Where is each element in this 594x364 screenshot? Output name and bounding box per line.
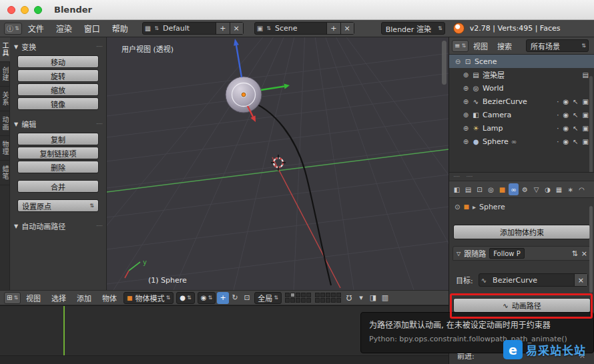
visibility-eye-icon[interactable]: ◉ [563, 98, 569, 105]
scene-selector[interactable]: ▣ ⇅ Scene + × [254, 22, 354, 35]
add-scene-button[interactable]: + [326, 23, 340, 34]
orientation-dropdown[interactable]: 全局 ⇅ [254, 292, 282, 304]
edit-panel-header[interactable]: ▼ 编辑 ····· [10, 117, 106, 131]
editor-type-button[interactable]: ⓘ⇅ [4, 23, 22, 35]
outliner-scrollbar[interactable] [589, 76, 593, 172]
add-constraint-button[interactable]: 添加物体约束 [453, 225, 591, 239]
visibility-eye-icon[interactable]: ◉ [563, 138, 569, 145]
pin-icon[interactable]: ⊙ [455, 203, 460, 211]
renderability-camera-icon[interactable]: ▣ [583, 138, 589, 145]
outliner-row-beziercurve[interactable]: ⊕ ∿ BezierCurve · ◉ ↖ ▣ [449, 95, 594, 108]
constraint-name-field[interactable]: Follow P [489, 248, 525, 259]
delete-constraint-button[interactable]: × [581, 249, 587, 258]
selectability-arrow-icon[interactable]: ↖ [573, 111, 578, 119]
manipulator-rotate-icon[interactable]: ↻ [229, 292, 241, 304]
minimize-window-button[interactable] [21, 6, 29, 14]
menu-view[interactable]: 视图 [469, 41, 493, 51]
add-layout-button[interactable]: + [216, 23, 229, 34]
toolshelf-tab-greasepencil[interactable]: 蜡笔 [0, 161, 10, 185]
expand-icon[interactable]: ⊕ [461, 85, 471, 92]
menu-view[interactable]: 视图 [21, 293, 46, 303]
outliner-row-camera[interactable]: ⊕ ◧ Camera · ◉ ↖ ▣ [449, 108, 594, 121]
tab-object-data-icon[interactable]: ▽ [531, 183, 541, 195]
toolshelf-tab-tools[interactable]: 工具 [0, 37, 10, 62]
mirror-button[interactable]: 镜像 [17, 97, 99, 110]
manipulator-translate-icon[interactable]: + [217, 292, 229, 304]
collapse-icon[interactable]: ⊖ [453, 58, 463, 65]
delete-button[interactable]: 删除 [17, 161, 99, 173]
tab-particles-icon[interactable]: ∗ [565, 183, 575, 195]
render-opengl-anim-icon[interactable]: ▥ [379, 292, 391, 304]
screen-layout-selector[interactable]: ▦ ⇅ Default + × [142, 22, 244, 35]
menu-file[interactable]: 文件 [22, 23, 50, 34]
menu-search[interactable]: 搜索 [493, 41, 517, 51]
layers-widget-left[interactable] [285, 293, 311, 303]
rotate-button[interactable]: 旋转 [17, 69, 99, 82]
pivot-dropdown[interactable]: ◉ ⇅ [198, 292, 216, 304]
viewport-scrollbar[interactable] [442, 41, 447, 85]
menu-render[interactable]: 渲染 [50, 23, 78, 34]
toolshelf-tab-create[interactable]: 创建 [0, 62, 10, 87]
tab-constraints-icon[interactable]: ∞ [509, 183, 519, 195]
outliner-row-renderlayers[interactable]: ⊕ ▤ 渲染层 ▤ [449, 68, 594, 81]
toolshelf-tab-relations[interactable]: 关系 [0, 87, 10, 111]
expand-icon[interactable]: ⊕ [461, 71, 471, 79]
close-scene-button[interactable]: × [340, 23, 354, 34]
close-window-button[interactable] [7, 6, 15, 14]
render-engine-selector[interactable]: Blender 渲染 ⇅ [381, 22, 445, 35]
renderability-camera-icon[interactable]: ▣ [583, 111, 589, 119]
outliner-row-lamp[interactable]: ⊕ ☀ Lamp · ◉ ↖ ▣ [449, 121, 594, 135]
selectability-arrow-icon[interactable]: ↖ [573, 138, 578, 145]
scale-button[interactable]: 缩放 [17, 83, 99, 96]
tab-texture-icon[interactable]: ▦ [554, 183, 564, 195]
tab-object-icon[interactable]: ■ [497, 183, 507, 195]
constraint-panel-header[interactable]: ▽ 跟随路 Follow P ⇅ × [453, 246, 591, 261]
menu-add[interactable]: 添加 [71, 293, 97, 303]
outliner-row-world[interactable]: ⊕ ◎ World [449, 81, 594, 95]
tab-physics-icon[interactable]: ◠ [577, 183, 587, 195]
close-layout-button[interactable]: × [230, 23, 243, 34]
viewport-3d[interactable]: y 用户视图 (透视) (1) Sphere [107, 37, 449, 290]
renderability-camera-icon[interactable]: ▣ [583, 125, 589, 132]
editor-type-button[interactable]: ≡⇅ [452, 40, 469, 52]
outliner-display-filter[interactable]: 所有场景 ⇅ [526, 39, 589, 52]
manipulator-scale-icon[interactable]: ⊡ [241, 292, 253, 304]
snap-element-dropdown-icon[interactable]: ▾ [355, 292, 367, 304]
layers-widget-right[interactable] [315, 293, 341, 303]
visibility-eye-icon[interactable]: ◉ [563, 111, 569, 119]
move-constraint-icon[interactable]: ⇅ [572, 249, 578, 258]
translate-button[interactable]: 移动 [17, 55, 99, 68]
tab-renderlayers-icon[interactable]: ▤ [463, 183, 473, 195]
render-opengl-icon[interactable]: ◨ [367, 292, 379, 304]
shading-dropdown[interactable]: ● ⇅ [176, 292, 194, 304]
duplicate-button[interactable]: 复制 [17, 133, 99, 145]
join-button[interactable]: 合并 [17, 180, 99, 193]
selectability-arrow-icon[interactable]: ↖ [573, 98, 578, 105]
snap-magnet-icon[interactable]: Ω [343, 292, 355, 304]
clear-target-button[interactable]: × [574, 274, 587, 286]
editor-splitter[interactable]: ····· ····· [449, 173, 594, 181]
redo-panel-header[interactable]: ▼ 自动动画路径 ····· [10, 219, 106, 233]
outliner-row-sphere[interactable]: ⊕ ● Sphere ∞ · ◉ ↖ ▣ [449, 135, 594, 148]
expand-icon[interactable]: ⊕ [461, 138, 471, 145]
tab-material-icon[interactable]: ◑ [543, 183, 553, 195]
menu-select[interactable]: 选择 [46, 293, 71, 303]
toolshelf-tab-animation[interactable]: 动画 [0, 111, 10, 136]
properties-scrollbar[interactable] [589, 206, 593, 293]
expand-icon[interactable]: ⊕ [461, 125, 471, 132]
mode-dropdown[interactable]: ■ 物体模式 ⇅ [123, 292, 174, 304]
renderability-camera-icon[interactable]: ▣ [583, 98, 589, 105]
set-origin-dropdown[interactable]: 设置原点 ⇅ [17, 199, 99, 212]
expand-icon[interactable]: ⊕ [461, 98, 471, 105]
tab-modifiers-icon[interactable]: ⚙ [520, 183, 530, 195]
selectability-arrow-icon[interactable]: ↖ [573, 125, 578, 132]
sphere-object[interactable] [226, 77, 262, 113]
duplicate-linked-button[interactable]: 复制链接项 [17, 147, 99, 159]
visibility-eye-icon[interactable]: ◉ [563, 125, 569, 132]
zoom-window-button[interactable] [34, 6, 42, 14]
tab-render-icon[interactable]: ◧ [452, 183, 462, 195]
toolshelf-tab-physics[interactable]: 物理 [0, 136, 10, 161]
expand-icon[interactable]: ⊕ [461, 111, 471, 119]
menu-window[interactable]: 窗口 [78, 23, 106, 34]
transform-panel-header[interactable]: ▼ 变换 ····· [10, 39, 106, 54]
